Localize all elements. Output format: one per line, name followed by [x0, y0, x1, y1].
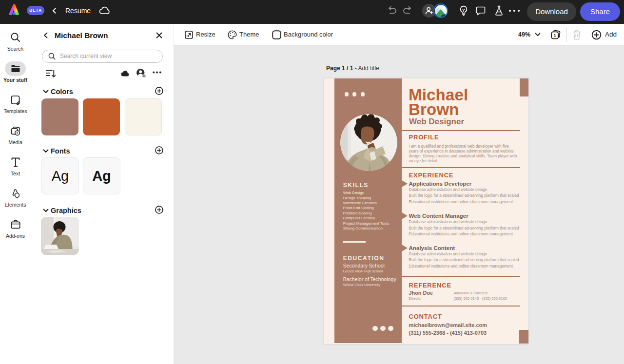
svg-text:1: 1 — [554, 33, 557, 38]
